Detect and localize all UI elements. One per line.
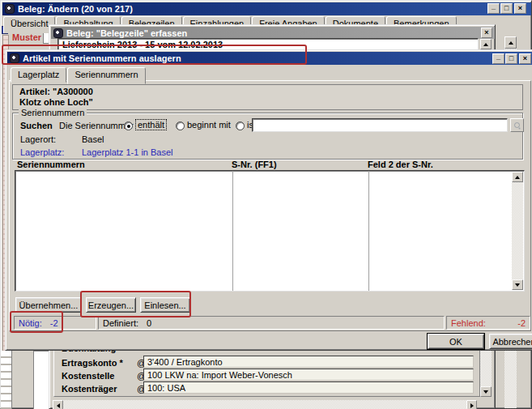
beleg-header-text: Lieferschein 2013 - 15 vom 12.02.2013 <box>62 40 223 49</box>
belegzeile-titlebar[interactable]: Beleg: "Belegzeile" erfassen <box>51 27 495 39</box>
kostenstelle-value: 100 LKW na: Import Weber-Vonesch <box>147 370 292 380</box>
radio-beginnt-mit[interactable] <box>176 121 185 130</box>
close-icon: × <box>484 29 488 36</box>
maximize-icon: □ <box>504 5 509 12</box>
noetig-value: -2 <box>50 318 58 328</box>
column-header-snr-ff1[interactable]: S-Nr. (FF1) <box>232 160 277 169</box>
radio-beginnt-mit-label[interactable]: beginnt mit <box>187 120 231 130</box>
ertragskonto-value: 3'400 / Ertragkonto <box>147 357 223 367</box>
dialog-maximize-button[interactable]: □ <box>505 53 517 64</box>
tab-uebersicht[interactable]: Übersicht <box>3 16 55 33</box>
beleg-header-field: Lieferschein 2013 - 15 vom 12.02.2013 <box>57 38 479 50</box>
lagerort-value: Basel <box>82 134 104 144</box>
main-minimize-button[interactable]: _ <box>487 3 500 14</box>
lookup-icon <box>514 122 520 128</box>
kostentraeger-field[interactable]: 100: USA <box>143 381 474 394</box>
abbrechen-label: Abbrechen <box>492 337 532 347</box>
erzeugen-label: Erzeugen... <box>88 300 134 310</box>
app-icon <box>53 28 63 38</box>
uebernehmen-button[interactable]: Übernehmen... <box>15 297 82 313</box>
scroll-up-icon <box>509 41 513 45</box>
table-vscrollbar[interactable] <box>512 172 523 290</box>
artikel-line2: Klotz ohne Loch" <box>19 97 516 108</box>
belegzeile-scroll-up-button[interactable] <box>480 39 492 49</box>
artikel-line1: Artikel: "A300000 <box>19 87 516 97</box>
seriennummern-group-label: Seriennummern <box>19 108 87 117</box>
ertragskonto-field[interactable]: 3'400 / Ertragkonto <box>143 356 474 368</box>
minimize-icon: _ <box>492 3 496 11</box>
belegzeile-scroll-left-button[interactable] <box>53 400 63 409</box>
ertragskonto-label: Ertragskonto * <box>62 358 123 368</box>
column-divider <box>368 171 369 291</box>
main-window-titlebar[interactable]: Beleg: Ändern (20 von 217) <box>2 2 531 15</box>
row-header-strip <box>1 351 12 409</box>
main-maximize-button[interactable]: □ <box>500 3 513 14</box>
abbrechen-button[interactable]: Abbrechen <box>489 334 532 349</box>
belegzeile-close-button[interactable]: × <box>481 28 492 38</box>
einlesen-button[interactable]: Einlesen... <box>140 297 190 313</box>
tab-lagerplatz[interactable]: Lagerplatz <box>11 67 66 83</box>
app-icon <box>10 53 19 63</box>
close-icon: × <box>523 55 527 62</box>
belegzeile-title: Beleg: "Belegzeile" erfassen <box>66 28 187 38</box>
lagerort-label: Lagerort: <box>20 134 56 144</box>
radio-enthaelt[interactable] <box>124 121 133 130</box>
main-close-button[interactable]: × <box>514 3 526 14</box>
search-input[interactable] <box>252 118 508 132</box>
einlesen-label: Einlesen... <box>144 300 185 310</box>
dialog-tab-bar: LagerplatzSeriennummern <box>11 67 147 82</box>
kostenstelle-field[interactable]: 100 LKW na: Import Weber-Vonesch <box>143 369 474 381</box>
main-scroll-up-button[interactable] <box>504 36 517 49</box>
lookup-button[interactable] <box>510 118 524 132</box>
tab-seriennummern[interactable]: Seriennummern <box>67 67 145 84</box>
dialog-close-button[interactable]: × <box>519 53 531 64</box>
background-list-column <box>33 351 49 409</box>
scroll-right-icon <box>470 403 474 408</box>
erzeugen-button[interactable]: Erzeugen... <box>86 297 136 313</box>
app-icon <box>5 4 15 14</box>
status-definiert: Definiert: 0 <box>98 316 445 330</box>
definiert-label: Definiert: <box>103 318 138 328</box>
belegzeile-hscrollbar[interactable] <box>53 400 477 409</box>
fehlend-value: -2 <box>517 318 526 328</box>
table-scroll-down-button[interactable] <box>512 279 523 290</box>
dialog-title: Artikel mit Seriennummern auslagern <box>23 53 181 63</box>
column-header-seriennummern[interactable]: Seriennummern <box>17 160 85 169</box>
column-divider <box>232 171 233 291</box>
muster-label: Muster / <box>12 32 46 42</box>
radio-ist-gleich[interactable] <box>236 121 245 130</box>
seriennummern-dialog: Artikel mit Seriennummern auslagern _ □ … <box>5 49 532 351</box>
definiert-value: 0 <box>147 318 151 328</box>
belegzeile-scroll-down-button[interactable] <box>480 386 492 397</box>
dialog-minimize-button[interactable]: _ <box>492 53 504 64</box>
scroll-up-icon <box>515 176 520 179</box>
ok-button[interactable]: OK <box>428 334 484 349</box>
scroll-down-icon <box>483 390 488 394</box>
main-window-title: Beleg: Ändern (20 von 217) <box>18 4 133 14</box>
seriennummern-table[interactable] <box>15 170 525 292</box>
radio-enthaelt-label[interactable]: enthält <box>135 119 167 130</box>
scroll-up-icon <box>483 43 488 46</box>
fehlend-label: Fehlend: <box>451 318 486 328</box>
lagerplatz-label: Lagerplatz: <box>20 147 64 157</box>
belegzeile-scroll-right-button[interactable] <box>466 400 477 409</box>
status-noetig: Nötig: -2 <box>14 316 96 330</box>
scroll-left-icon <box>57 403 60 408</box>
scroll-down-icon <box>515 283 520 287</box>
ok-label: OK <box>449 337 462 347</box>
maximize-icon: □ <box>509 55 513 62</box>
status-fehlend: Fehlend: -2 <box>446 316 530 330</box>
column-header-feld2[interactable]: Feld 2 der S-Nr. <box>368 160 433 169</box>
screen: Beleg: Ändern (20 von 217) _ □ × Übersic… <box>0 0 532 409</box>
lagerplatz-link[interactable]: Lagerplatz 1-1 in Basel <box>82 147 173 157</box>
kostentraeger-label: Kostenträger <box>62 384 117 394</box>
table-scroll-up-button[interactable] <box>512 172 523 182</box>
dialog-titlebar[interactable]: Artikel mit Seriennummern auslagern <box>7 52 532 65</box>
kostenstelle-label: Kostenstelle <box>62 371 114 381</box>
close-icon: × <box>518 5 522 12</box>
minimize-icon: _ <box>496 53 500 61</box>
artikel-box: Artikel: "A300000 Klotz ohne Loch" <box>12 84 523 110</box>
uebernehmen-label: Übernehmen... <box>19 300 79 310</box>
noetig-label: Nötig: <box>19 318 42 328</box>
kostentraeger-value: 100: USA <box>147 383 185 393</box>
